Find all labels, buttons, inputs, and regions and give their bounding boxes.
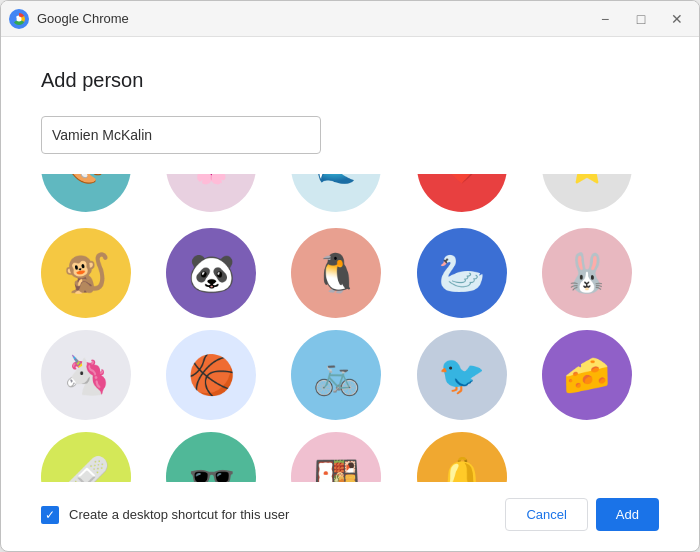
add-button[interactable]: Add	[596, 498, 659, 531]
avatar-monkey[interactable]: 🐒	[41, 228, 131, 318]
avatar-panda[interactable]: 🐼	[166, 228, 256, 318]
avatar-origami-rabbit[interactable]: 🐰	[542, 228, 632, 318]
avatar-partial-5[interactable]: ⭐	[542, 174, 632, 212]
minimize-button[interactable]: −	[591, 5, 619, 33]
name-input[interactable]	[41, 116, 321, 154]
avatar-basketball[interactable]: 🏀	[166, 330, 256, 420]
avatar-origami-bird[interactable]: 🦢	[417, 228, 507, 318]
desktop-shortcut-checkbox[interactable]: ✓	[41, 506, 59, 524]
action-buttons: Cancel Add	[505, 498, 659, 531]
avatar-bell[interactable]: 🔔	[417, 432, 507, 482]
avatar-penguin[interactable]: 🐧	[291, 228, 381, 318]
avatar-partial-1[interactable]: 🎨	[41, 174, 131, 212]
avatar-grid-container[interactable]: 🎨 🌸 🌊 ❤️ ⭐ 🐒🐼🐧🦢🐰🦄🏀🚲🐦🧀🩹🕶️🍱🔔	[41, 174, 659, 482]
avatar-medkit[interactable]: 🩹	[41, 432, 131, 482]
close-button[interactable]: ✕	[663, 5, 691, 33]
cancel-button[interactable]: Cancel	[505, 498, 587, 531]
avatar-partial-2[interactable]: 🌸	[166, 174, 256, 212]
avatar-robin[interactable]: 🐦	[417, 330, 507, 420]
window-title: Google Chrome	[37, 11, 591, 26]
svg-point-2	[17, 16, 22, 21]
avatar-section: 🎨 🌸 🌊 ❤️ ⭐ 🐒🐼🐧🦢🐰🦄🏀🚲🐦🧀🩹🕶️🍱🔔	[41, 174, 659, 482]
avatar-partial-4[interactable]: ❤️	[417, 174, 507, 212]
avatar-grid: 🐒🐼🐧🦢🐰🦄🏀🚲🐦🧀🩹🕶️🍱🔔	[41, 224, 655, 482]
avatar-sushi[interactable]: 🍱	[291, 432, 381, 482]
checkmark-icon: ✓	[45, 509, 55, 521]
main-content: Add person 🎨 🌸 🌊 ❤️ ⭐ 🐒🐼🐧🦢🐰🦄🏀🚲🐦🧀🩹🕶️🍱🔔	[1, 37, 699, 551]
chrome-logo-icon	[9, 9, 29, 29]
titlebar: Google Chrome − □ ✕	[1, 1, 699, 37]
avatar-unicorn[interactable]: 🦄	[41, 330, 131, 420]
checkbox-text: Create a desktop shortcut for this user	[69, 507, 289, 522]
avatar-cheese[interactable]: 🧀	[542, 330, 632, 420]
avatar-sunglasses[interactable]: 🕶️	[166, 432, 256, 482]
desktop-shortcut-label[interactable]: ✓ Create a desktop shortcut for this use…	[41, 506, 289, 524]
window-controls: − □ ✕	[591, 5, 691, 33]
footer: ✓ Create a desktop shortcut for this use…	[41, 482, 659, 531]
avatar-bicycle[interactable]: 🚲	[291, 330, 381, 420]
page-title: Add person	[41, 69, 659, 92]
maximize-button[interactable]: □	[627, 5, 655, 33]
chrome-window: Google Chrome − □ ✕ Add person 🎨 🌸 🌊 ❤️ …	[0, 0, 700, 552]
avatar-partial-3[interactable]: 🌊	[291, 174, 381, 212]
